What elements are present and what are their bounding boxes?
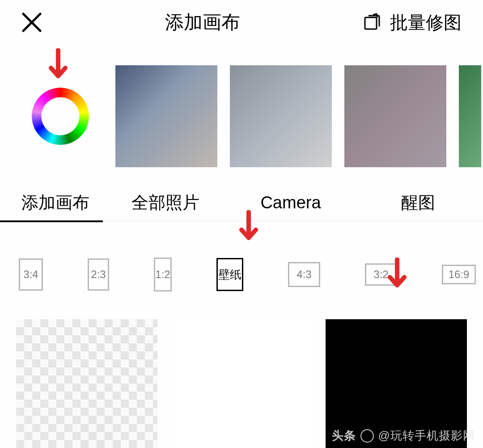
aspect-ratio-row: 3:4 2:3 1:2 壁纸 4:3 3:2 16:9	[0, 248, 483, 301]
ratio-wallpaper[interactable]: 壁纸	[216, 258, 243, 291]
tab-all-photos[interactable]: 全部照片	[103, 191, 228, 214]
template-thumbnail[interactable]	[230, 65, 332, 167]
tab-label: Camera	[260, 193, 321, 212]
tab-label: 全部照片	[131, 193, 199, 212]
close-icon	[21, 12, 42, 33]
ratio-label: 16:9	[449, 268, 470, 281]
color-wheel-icon	[32, 88, 89, 145]
batch-edit-icon	[363, 13, 382, 32]
batch-edit-label: 批量修图	[390, 10, 462, 35]
watermark: 头条 @玩转手机摄影网	[332, 428, 475, 444]
batch-edit-button[interactable]: 批量修图	[363, 10, 462, 35]
ratio-1-2[interactable]: 1:2	[154, 258, 172, 292]
template-thumbnail[interactable]	[344, 65, 446, 167]
watermark-brand: 头条	[332, 428, 356, 444]
tab-label: 添加画布	[21, 193, 89, 212]
tab-label: 醒图	[401, 193, 435, 212]
ratio-label: 3:2	[373, 268, 388, 281]
watermark-handle: @玩转手机摄影网	[378, 428, 475, 444]
ratio-label: 1:2	[155, 268, 170, 281]
tab-camera[interactable]: Camera	[228, 193, 353, 212]
album-tabs: 添加画布 全部照片 Camera 醒图	[0, 185, 483, 221]
ratio-label: 4:3	[297, 268, 311, 281]
page-title: 添加画布	[165, 10, 240, 35]
watermark-circle-icon	[360, 429, 374, 443]
template-strip	[0, 54, 483, 179]
close-button[interactable]	[21, 12, 42, 33]
ratio-4-3[interactable]: 4:3	[288, 262, 320, 287]
ratio-label: 壁纸	[218, 267, 242, 283]
ratio-label: 3:4	[23, 268, 38, 281]
svg-rect-2	[365, 17, 377, 29]
template-thumbnail[interactable]	[115, 65, 217, 167]
swatch-white[interactable]	[171, 319, 312, 448]
ratio-2-3[interactable]: 2:3	[88, 258, 109, 291]
ratio-label: 2:3	[91, 268, 106, 281]
color-picker-button[interactable]	[18, 88, 103, 145]
tab-add-canvas[interactable]: 添加画布	[0, 191, 103, 214]
swatch-transparent[interactable]	[16, 319, 157, 448]
template-thumbnail[interactable]	[459, 65, 481, 167]
tab-xingtu[interactable]: 醒图	[353, 191, 483, 214]
ratio-3-4[interactable]: 3:4	[19, 258, 43, 291]
ratio-16-9[interactable]: 16:9	[442, 265, 476, 284]
ratio-3-2[interactable]: 3:2	[365, 263, 397, 286]
